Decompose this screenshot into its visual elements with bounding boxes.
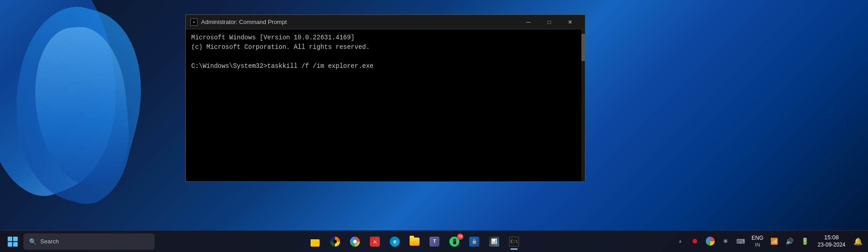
taskbar-app-whatsapp[interactable]: 📱 70: [445, 233, 463, 251]
clock-button[interactable]: 15:08 23-09-2024: [814, 234, 849, 248]
cmd-content-area[interactable]: Microsoft Windows [Version 10.0.22631.41…: [186, 29, 585, 181]
desktop: ▪ Administrator: Command Prompt ─ □ ✕ Mi…: [0, 0, 868, 252]
cmd-window-controls[interactable]: ─ □ ✕: [518, 15, 580, 29]
language-sublabel: IN: [755, 242, 760, 248]
tray-network-icon: ✳: [723, 238, 728, 245]
vpn-icon: 🔒: [469, 237, 479, 247]
clock-time: 15:08: [824, 234, 839, 242]
taskbar-app-chrome[interactable]: [346, 233, 364, 251]
clock-date: 23-09-2024: [818, 242, 845, 249]
language-button[interactable]: ENG IN: [750, 235, 765, 248]
edge-icon: e: [390, 237, 400, 247]
tray-battery-button[interactable]: 🔋: [799, 235, 811, 247]
taskbar-app-file-explorer[interactable]: [306, 233, 324, 251]
taskbar-app-teams[interactable]: T: [425, 233, 443, 251]
cmd-scrollbar[interactable]: [581, 29, 585, 181]
taskbar-app-cmd[interactable]: C:\: [505, 233, 523, 251]
taskbar-apps: ⚔ e T 📱: [156, 233, 673, 251]
tray-recording-button[interactable]: [689, 235, 701, 247]
keyboard-icon: ⌨: [736, 238, 745, 245]
search-bar[interactable]: 🔍 Search: [24, 233, 155, 250]
cmd-line-1: Microsoft Windows [Version 10.0.22631.41…: [191, 33, 580, 43]
taskbar-app-chrome-canary[interactable]: [326, 233, 344, 251]
taskbar-app-edge[interactable]: e: [386, 233, 404, 251]
system-tray: ∧ ✳ ⌨ ENG IN: [675, 234, 864, 248]
taskbar-app-game[interactable]: ⚔: [366, 233, 384, 251]
tray-volume-button[interactable]: 🔊: [783, 235, 796, 247]
recording-dot-icon: [693, 239, 697, 243]
cmd-line-3: [191, 52, 580, 62]
folder-icon: [410, 238, 420, 246]
chrome-icon: [350, 237, 360, 247]
wifi-icon: 📶: [770, 238, 778, 245]
language-label: ENG: [752, 235, 764, 242]
cmd-title: Administrator: Command Prompt: [201, 19, 518, 25]
whatsapp-badge: 70: [457, 233, 463, 240]
cmd-titlebar: ▪ Administrator: Command Prompt ─ □ ✕: [186, 15, 585, 29]
file-explorer-icon: [310, 237, 320, 247]
taskbar: 🔍 Search: [0, 230, 868, 252]
cmd-line-4: C:\Windows\System32>taskkill /f /im expl…: [191, 62, 580, 71]
wallpaper-swirl: [0, 0, 190, 252]
game-icon: ⚔: [370, 237, 380, 247]
tray-network-button[interactable]: ✳: [719, 235, 732, 247]
tray-google-icon: [706, 237, 715, 246]
cmd-scrollbar-thumb[interactable]: [581, 34, 585, 61]
tray-overflow-button[interactable]: ∧: [675, 235, 686, 247]
tray-wifi-button[interactable]: 📶: [768, 235, 781, 247]
taskbar-app-files[interactable]: [406, 233, 424, 251]
tray-keyboard-button[interactable]: ⌨: [735, 235, 747, 247]
teams-icon: T: [429, 237, 439, 247]
cmd-window[interactable]: ▪ Administrator: Command Prompt ─ □ ✕ Mi…: [185, 14, 585, 182]
tray-google-button[interactable]: [704, 235, 717, 247]
start-button[interactable]: [4, 233, 22, 251]
notification-button[interactable]: 🔔: [852, 235, 864, 247]
notification-icon: 🔔: [854, 237, 863, 246]
cmd-line-2: (c) Microsoft Corporation. All rights re…: [191, 43, 580, 52]
search-icon: 🔍: [29, 238, 37, 245]
volume-icon: 🔊: [786, 238, 793, 245]
cmd-taskbar-icon: C:\: [509, 237, 519, 247]
monitor-icon: 📊: [489, 237, 499, 247]
cmd-app-icon: ▪: [190, 19, 198, 26]
cmd-close-button[interactable]: ✕: [560, 15, 580, 29]
taskbar-app-vpn[interactable]: 🔒: [465, 233, 483, 251]
taskbar-app-monitor[interactable]: 📊: [485, 233, 503, 251]
cmd-maximize-button[interactable]: □: [539, 15, 560, 29]
cmd-minimize-button[interactable]: ─: [518, 15, 539, 29]
battery-icon: 🔋: [801, 238, 809, 245]
windows-logo-icon: [8, 237, 18, 247]
search-label: Search: [40, 238, 59, 245]
tray-overflow-icon: ∧: [679, 239, 682, 244]
